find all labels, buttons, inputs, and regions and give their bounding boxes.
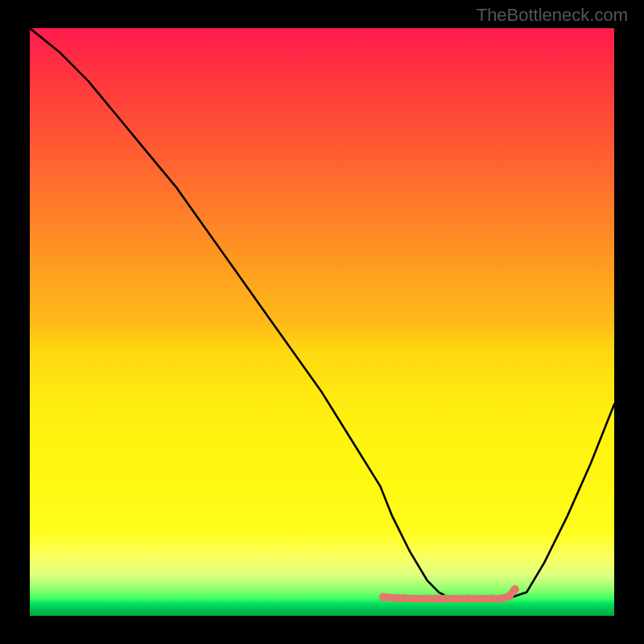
marker-dot [476,595,484,603]
marker-dot [496,595,504,603]
chart-svg [30,28,614,616]
marker-dot [411,595,419,603]
marker-dot [505,592,513,601]
marker-dot [391,594,399,602]
marker-dot [440,595,448,603]
marker-dot [452,595,460,603]
marker-dot [510,585,518,593]
marker-dot [487,595,495,603]
chart-curve [30,28,614,598]
marker-dot [431,595,440,603]
marker-dot [379,592,387,601]
marker-dot [464,595,472,603]
chart-plot-area [30,28,614,616]
marker-dot [423,595,431,603]
marker-dot [399,594,407,602]
watermark-text: TheBottleneck.com [477,5,628,26]
chart-marker-band [379,585,519,603]
